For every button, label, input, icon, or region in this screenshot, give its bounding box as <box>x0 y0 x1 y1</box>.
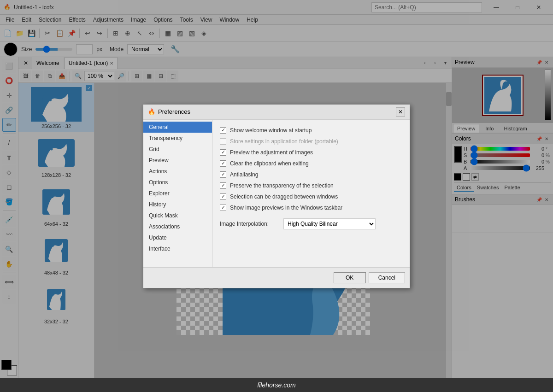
pref-item-interface[interactable]: Interface <box>143 243 212 254</box>
checkbox-preview-adjust[interactable] <box>220 149 226 156</box>
pref-item-explorer[interactable]: Explorer <box>143 188 212 199</box>
preferences-close-button[interactable]: ✕ <box>396 107 405 117</box>
pref-item-actions[interactable]: Actions <box>143 166 212 177</box>
pref-item-options[interactable]: Options <box>143 177 212 188</box>
checkbox-welcome[interactable] <box>220 127 226 134</box>
preferences-icon: 🔥 <box>148 108 155 115</box>
pref-item-transparency[interactable]: Transparency <box>143 133 212 144</box>
checkbox-preserve-transparency[interactable] <box>220 182 226 189</box>
pref-label-antialiasing: Antialiasing <box>230 171 258 178</box>
pref-label-taskbar-preview: Show image previews in the Windows taskb… <box>230 205 342 211</box>
pref-label-clear-clipboard: Clear the clipboard when exiting <box>230 160 309 167</box>
interpolation-select[interactable]: High Quality Bilinear Nearest Neighbor B… <box>283 218 376 229</box>
preferences-cancel-button[interactable]: Cancel <box>369 272 405 283</box>
pref-item-general[interactable]: General <box>143 122 212 133</box>
pref-item-update[interactable]: Update <box>143 232 212 243</box>
checkbox-taskbar-preview[interactable] <box>220 205 226 211</box>
preferences-titlebar: 🔥 Preferences ✕ <box>143 105 410 120</box>
pref-row-4: Clear the clipboard when exiting <box>220 160 402 167</box>
checkbox-antialiasing[interactable] <box>220 171 226 178</box>
preferences-sidebar: General Transparency Grid Preview Action… <box>143 120 212 267</box>
preferences-ok-button[interactable]: OK <box>334 272 366 283</box>
pref-item-grid[interactable]: Grid <box>143 144 212 155</box>
pref-label-portable: Store settings in application folder (po… <box>230 138 338 145</box>
pref-label-drag-selection: Selection can be dragged between windows <box>230 193 338 200</box>
checkbox-portable[interactable] <box>220 138 226 145</box>
pref-item-quickmask[interactable]: Quick Mask <box>143 210 212 221</box>
checkbox-clear-clipboard[interactable] <box>220 160 226 167</box>
pref-label-preview-adjust: Preview the adjustment of images <box>230 149 313 156</box>
pref-row-7: Selection can be dragged between windows <box>220 193 402 200</box>
checkbox-drag-selection[interactable] <box>220 193 226 200</box>
pref-item-preview[interactable]: Preview <box>143 155 212 166</box>
preferences-body: General Transparency Grid Preview Action… <box>143 120 410 267</box>
preferences-footer: OK Cancel <box>143 267 410 288</box>
pref-row-3: Preview the adjustment of images <box>220 149 402 156</box>
pref-row-2: Store settings in application folder (po… <box>220 138 402 145</box>
pref-item-history[interactable]: History <box>143 199 212 210</box>
watermark-text: filehorse.com <box>257 381 295 389</box>
preferences-content: Show welcome window at startup Store set… <box>212 120 410 267</box>
pref-row-6: Preserve the transparency of the selecti… <box>220 182 402 189</box>
pref-label-preserve-transparency: Preserve the transparency of the selecti… <box>230 182 334 189</box>
interpolation-row: Image Interpolation: High Quality Biline… <box>220 218 402 229</box>
preferences-title: 🔥 Preferences <box>148 108 396 115</box>
pref-item-associations[interactable]: Associations <box>143 221 212 232</box>
pref-row-5: Antialiasing <box>220 171 402 178</box>
modal-overlay: 🔥 Preferences ✕ General Transparency Gri… <box>0 0 553 392</box>
pref-row-1: Show welcome window at startup <box>220 127 402 134</box>
preferences-dialog: 🔥 Preferences ✕ General Transparency Gri… <box>143 104 410 288</box>
watermark-bar: filehorse.com <box>0 378 553 392</box>
interpolation-label: Image Interpolation: <box>220 221 280 227</box>
pref-row-8: Show image previews in the Windows taskb… <box>220 205 402 211</box>
pref-label-welcome: Show welcome window at startup <box>230 127 312 134</box>
